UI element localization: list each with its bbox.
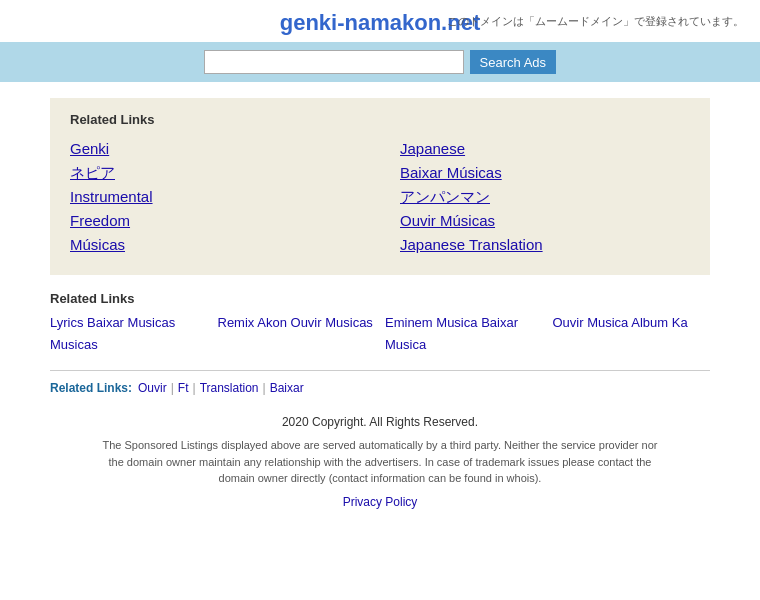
link-ouvir-musicas[interactable]: Ouvir Músicas (400, 209, 690, 233)
link-ouvir-musicas-2[interactable]: Ouvir Musicas (291, 315, 373, 330)
link-akon[interactable]: Akon (257, 315, 287, 330)
footer-link-ouvir[interactable]: Ouvir (138, 381, 167, 395)
japan-notice: このドメインは「ムームードメイン」で登録されています。 (447, 14, 744, 29)
footer-related-label: Related Links: (50, 381, 132, 395)
copyright-year: 2020 Copyright. All Rights Reserved. (0, 415, 760, 429)
main-links-title: Related Links (70, 112, 690, 127)
main-links-col2: Japanese Baixar Músicas アンパンマン Ouvir Mús… (400, 137, 690, 257)
link-lyrics[interactable]: Lyrics (50, 315, 83, 330)
footer-related: Related Links: Ouvir | Ft | Translation … (50, 381, 710, 395)
search-bar: Search Ads (0, 42, 760, 82)
sep1: | (171, 381, 174, 395)
privacy-policy-link[interactable]: Privacy Policy (343, 495, 418, 509)
link-japanese[interactable]: Japanese (400, 137, 690, 161)
sec-col1: Lyrics Baixar Musicas Musicas (50, 312, 208, 356)
link-ouvir-musica[interactable]: Ouvir Musica (553, 315, 629, 330)
link-freedom[interactable]: Freedom (70, 209, 360, 233)
footer-link-baixar[interactable]: Baixar (270, 381, 304, 395)
link-musicas[interactable]: Músicas (70, 233, 360, 257)
secondary-links-title: Related Links (50, 291, 710, 306)
link-instrumental[interactable]: Instrumental (70, 185, 360, 209)
link-anpanman[interactable]: アンパンマン (400, 185, 690, 209)
sep3: | (263, 381, 266, 395)
link-remix[interactable]: Remix (218, 315, 255, 330)
copyright: 2020 Copyright. All Rights Reserved. The… (0, 415, 760, 509)
link-ka[interactable]: Ka (672, 315, 688, 330)
search-input[interactable] (204, 50, 464, 74)
sec-col4: Ouvir Musica Album Ka (553, 312, 711, 356)
link-baixar-musicas[interactable]: Baixar Músicas (400, 161, 690, 185)
search-button[interactable]: Search Ads (470, 50, 557, 74)
link-eminem[interactable]: Eminem (385, 315, 433, 330)
link-baixar-musicas-2[interactable]: Baixar Musicas (87, 315, 175, 330)
footer-link-translation[interactable]: Translation (200, 381, 259, 395)
secondary-links-grid: Lyrics Baixar Musicas Musicas Remix Akon… (50, 312, 710, 356)
disclaimer-text: The Sponsored Listings displayed above a… (100, 437, 660, 487)
divider (50, 370, 710, 371)
sep2: | (193, 381, 196, 395)
sec-col3: Eminem Musica Baixar Musica (385, 312, 543, 356)
link-musicas-2[interactable]: Musicas (50, 337, 98, 352)
link-genki[interactable]: Genki (70, 137, 360, 161)
main-links-box: Related Links Genki ネピア Instrumental Fre… (50, 98, 710, 275)
sec-col2: Remix Akon Ouvir Musicas (218, 312, 376, 356)
link-musica[interactable]: Musica (436, 315, 477, 330)
secondary-links: Related Links Lyrics Baixar Musicas Musi… (50, 291, 710, 356)
link-japanese-translation[interactable]: Japanese Translation (400, 233, 690, 257)
header: genki-namakon.net このドメインは「ムームードメイン」で登録され… (0, 0, 760, 42)
main-links-grid: Genki ネピア Instrumental Freedom Músicas J… (70, 137, 690, 257)
link-album[interactable]: Album (631, 315, 668, 330)
footer-link-ft[interactable]: Ft (178, 381, 189, 395)
link-nepia[interactable]: ネピア (70, 161, 360, 185)
privacy-policy: Privacy Policy (0, 495, 760, 509)
main-links-col1: Genki ネピア Instrumental Freedom Músicas (70, 137, 360, 257)
